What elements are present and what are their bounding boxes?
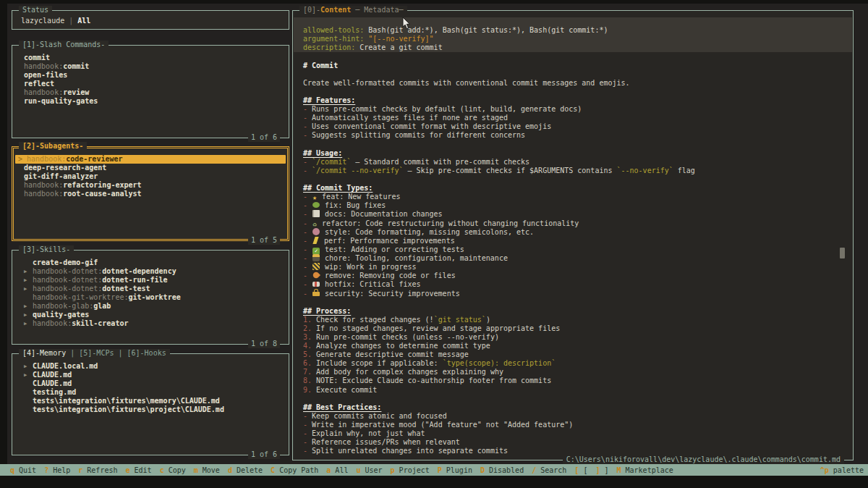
text-segment: `/commit --no-verify` — [312, 167, 403, 174]
list-item[interactable]: git-diff-analyzer — [15, 172, 286, 181]
item-name: open-files — [24, 71, 67, 80]
key-hint: e — [125, 466, 134, 474]
panel-title: [2]-Subagents- — [19, 142, 87, 151]
app-name: lazyclaude — [21, 17, 64, 25]
list-item[interactable]: create-demo-gif — [15, 258, 286, 267]
text-segment: Runs pre-commit checks by default (lint,… — [312, 105, 582, 113]
item-list: > handbook:code-reviewerdeep-research-ag… — [12, 147, 289, 198]
keybinding-move[interactable]: m Move — [194, 466, 220, 474]
list-item[interactable]: handbook:review — [15, 88, 286, 97]
item-namespace: handbook-dotnet: — [33, 276, 102, 285]
keybinding--[interactable]: ] ] — [595, 466, 608, 474]
keybinding-quit[interactable]: q Quit — [10, 466, 36, 474]
keybinding-refresh[interactable]: r Refresh — [78, 466, 117, 474]
selection-marker: > — [18, 155, 27, 164]
content-line: - fix: Bug fixes — [294, 201, 852, 210]
item-namespace: handbook: — [24, 190, 63, 198]
title-separator: | — [66, 349, 79, 357]
text-segment: - — [303, 201, 312, 209]
keybinding-edit[interactable]: e Edit — [125, 466, 151, 474]
list-item[interactable]: handbook-git-worktree:git-worktree — [15, 293, 286, 302]
list-item[interactable]: handbook:refactoring-expert — [15, 181, 286, 190]
keybinding-search[interactable]: / Search — [532, 466, 566, 474]
list-item[interactable]: reflect — [15, 80, 286, 88]
keybinding-delete[interactable]: d Delete — [228, 466, 263, 474]
item-list: ▶CLAUDE.local.md▶CLAUDE.mdCLAUDE.mdtesti… — [12, 354, 289, 414]
expand-arrow-icon[interactable]: ▶ — [24, 311, 33, 319]
text-segment: Bash(git add:*), Bash(git status:*), Bas… — [364, 26, 608, 34]
text-segment: Create well-formatted commits with conve… — [303, 79, 630, 87]
content-line: - chore: Tooling, configuration, mainten… — [294, 254, 852, 263]
text-segment: - — [303, 158, 312, 166]
item-namespace: handbook: — [24, 62, 63, 71]
expand-arrow-icon[interactable]: ▶ — [24, 285, 33, 293]
text-segment: Analyze changes to determine commit type — [312, 342, 490, 350]
list-item[interactable]: ▶handbook-dotnet:dotnet-test — [15, 285, 286, 293]
list-item[interactable]: handbook:commit — [15, 62, 286, 71]
sparkles-icon: ★ — [312, 194, 317, 201]
content-line — [294, 175, 852, 184]
list-item[interactable]: ▶handbook:skill-creator — [15, 319, 286, 328]
keybinding-copy-path[interactable]: C Copy Path — [271, 466, 318, 474]
list-item[interactable]: ▶CLAUDE.local.md — [15, 362, 286, 371]
keybinding-palette[interactable]: ^p palette — [820, 466, 864, 474]
expand-arrow-icon[interactable]: ▶ — [24, 362, 33, 371]
list-item[interactable]: CLAUDE.md — [15, 379, 286, 388]
keybinding-project[interactable]: p Project — [391, 466, 430, 474]
expand-arrow-icon[interactable]: ▶ — [24, 319, 33, 328]
list-item[interactable]: open-files — [15, 71, 286, 80]
expand-arrow-icon[interactable]: ▶ — [24, 302, 33, 311]
text-segment: 9. — [303, 386, 312, 394]
list-item[interactable]: ▶quality-gates — [15, 311, 286, 319]
content-line: - security: Security improvements — [294, 289, 852, 298]
keybinding-help[interactable]: ? Help — [44, 466, 70, 474]
content-line: ## Process: — [294, 307, 852, 316]
list-item[interactable]: ▶handbook-glab:glab — [15, 302, 286, 311]
key-label: Plugin — [446, 466, 472, 474]
list-item[interactable]: commit — [15, 54, 286, 62]
keybinding-user[interactable]: u User — [356, 466, 382, 474]
content-line: - Suggests splitting commits for differe… — [294, 131, 852, 140]
text-segment: 8. — [303, 376, 312, 384]
key-hint: / — [532, 466, 540, 474]
keybinding-all[interactable]: a All — [326, 466, 348, 474]
list-item[interactable]: ▶CLAUDE.md — [15, 371, 286, 379]
item-name: tests\integration\fixtures\memory\CLAUDE… — [33, 397, 220, 405]
keybinding--[interactable]: [ [ — [574, 466, 587, 474]
content-line: - Explain why, not just what — [294, 429, 852, 438]
panel-title: [3]-Skills- — [19, 245, 74, 254]
status-panel: Status lazyclaude | All — [12, 10, 289, 30]
list-item[interactable]: testing.md — [15, 388, 286, 397]
list-item[interactable]: ▶handbook-dotnet:dotnet-run-file — [15, 276, 286, 285]
list-item[interactable]: tests\integration\fixtures\project\CLAUD… — [15, 405, 286, 414]
expand-arrow-icon[interactable]: ▶ — [24, 371, 33, 379]
keybinding-marketplace[interactable]: M Marketplace — [616, 466, 673, 474]
filter-mode: All — [77, 17, 90, 25]
item-namespace: handbook: — [33, 319, 72, 328]
bug-icon — [312, 202, 320, 208]
key-hint: C — [271, 466, 279, 474]
list-item[interactable]: tests\integration\fixtures\memory\CLAUDE… — [15, 397, 286, 405]
text-segment: security: Security improvements — [320, 290, 460, 298]
expand-arrow-icon[interactable]: ▶ — [24, 267, 33, 276]
key-hint: c — [160, 466, 169, 474]
keybinding-plugin[interactable]: P Plugin — [438, 466, 472, 474]
content-line: Create well-formatted commits with conve… — [294, 79, 852, 88]
text-segment: ## Process: — [303, 307, 351, 315]
list-item[interactable]: handbook:root-cause-analyst — [15, 190, 286, 198]
item-namespace: handbook: — [24, 88, 63, 97]
key-label: Move — [203, 466, 220, 474]
content-line — [294, 52, 852, 61]
expand-arrow-icon[interactable]: ▶ — [24, 276, 33, 285]
list-item[interactable]: run-quality-gates — [15, 97, 286, 106]
scrollbar-thumb[interactable] — [840, 248, 845, 258]
list-item[interactable]: deep-research-agent — [15, 164, 286, 172]
content-line: 4. Analyze changes to determine commit t… — [294, 342, 852, 350]
keybinding-copy[interactable]: c Copy — [160, 466, 186, 474]
item-name: commit — [24, 54, 50, 62]
list-item[interactable]: > handbook:code-reviewer — [15, 155, 286, 164]
keybinding-disabled[interactable]: D Disabled — [480, 466, 524, 474]
list-item[interactable]: ▶handbook-dotnet:dotnet-dependency — [15, 267, 286, 276]
content-line: 7. Add body for complex changes explaini… — [294, 368, 852, 376]
mouse-cursor — [402, 17, 411, 30]
